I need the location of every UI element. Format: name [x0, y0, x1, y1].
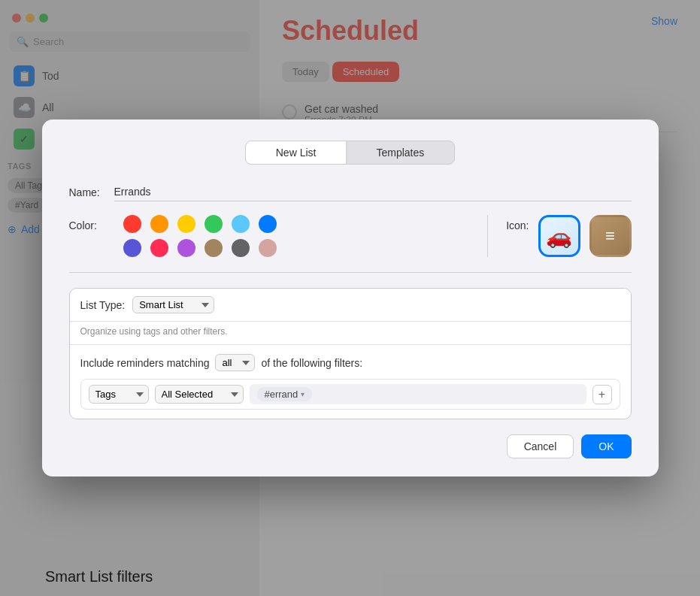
list-type-select[interactable]: Smart List Standard List [132, 296, 214, 313]
color-green[interactable] [205, 215, 223, 233]
new-list-modal: New List Templates Name: Color: [42, 120, 659, 476]
list-type-hint: Organize using tags and other filters. [70, 322, 631, 345]
icon-label: Icon: [506, 215, 529, 231]
tag-badge-text: #errand [265, 389, 298, 400]
tab-templates[interactable]: Templates [346, 141, 454, 164]
color-pink[interactable] [150, 239, 168, 257]
filter-header: Include reminders matching all any of th… [80, 354, 620, 371]
list-type-label: List Type: [80, 299, 126, 311]
icon-section: Icon: 🚗 ≡ [506, 215, 631, 257]
divider [487, 215, 488, 257]
icon-option-list[interactable]: ≡ [589, 215, 632, 257]
filter-row: Tags Date Priority All Selected Any Sele… [80, 379, 620, 410]
filter-section: Include reminders matching all any of th… [70, 345, 631, 419]
modal-tab-group: New List Templates [245, 141, 456, 165]
color-brown[interactable] [205, 239, 223, 257]
color-red[interactable] [123, 215, 141, 233]
filter-match-select[interactable]: all any [215, 354, 255, 371]
filter-condition-select[interactable]: All Selected Any Selected None Selected [155, 385, 244, 404]
color-blue[interactable] [259, 215, 277, 233]
color-grid [123, 215, 280, 257]
icon-option-car[interactable]: 🚗 [538, 215, 580, 257]
modal-overlay: New List Templates Name: Color: [0, 0, 700, 596]
color-section: Color: [69, 215, 470, 257]
filter-add-button[interactable]: + [592, 385, 612, 404]
color-orange[interactable] [150, 215, 168, 233]
filter-header-suffix: of the following filters: [261, 357, 362, 369]
tag-badge-errand[interactable]: #errand ▾ [257, 387, 313, 401]
modal-tab-bar: New List Templates [69, 141, 632, 165]
color-yellow[interactable] [177, 215, 195, 233]
color-violet[interactable] [177, 239, 195, 257]
color-darkgray[interactable] [232, 239, 250, 257]
color-rose[interactable] [259, 239, 277, 257]
tab-new-list[interactable]: New List [246, 141, 347, 164]
color-lightblue[interactable] [232, 215, 250, 233]
modal-footer: Cancel OK [69, 434, 632, 458]
tag-chevron-icon: ▾ [301, 390, 305, 398]
ok-button[interactable]: OK [581, 434, 631, 458]
list-type-row: List Type: Smart List Standard List [70, 289, 631, 322]
name-input[interactable] [114, 183, 632, 201]
list-type-section: List Type: Smart List Standard List Orga… [69, 288, 632, 419]
filter-type-select[interactable]: Tags Date Priority [89, 385, 149, 404]
color-purple[interactable] [123, 239, 141, 257]
name-label: Name: [69, 186, 114, 198]
filter-header-prefix: Include reminders matching [80, 357, 210, 369]
cancel-button[interactable]: Cancel [507, 434, 574, 458]
color-label: Color: [69, 215, 114, 231]
color-icon-row: Color: Icon: [69, 215, 632, 273]
name-row: Name: [69, 183, 632, 201]
filter-tag-value: #errand ▾ [250, 384, 586, 404]
icon-options: 🚗 ≡ [538, 215, 632, 257]
